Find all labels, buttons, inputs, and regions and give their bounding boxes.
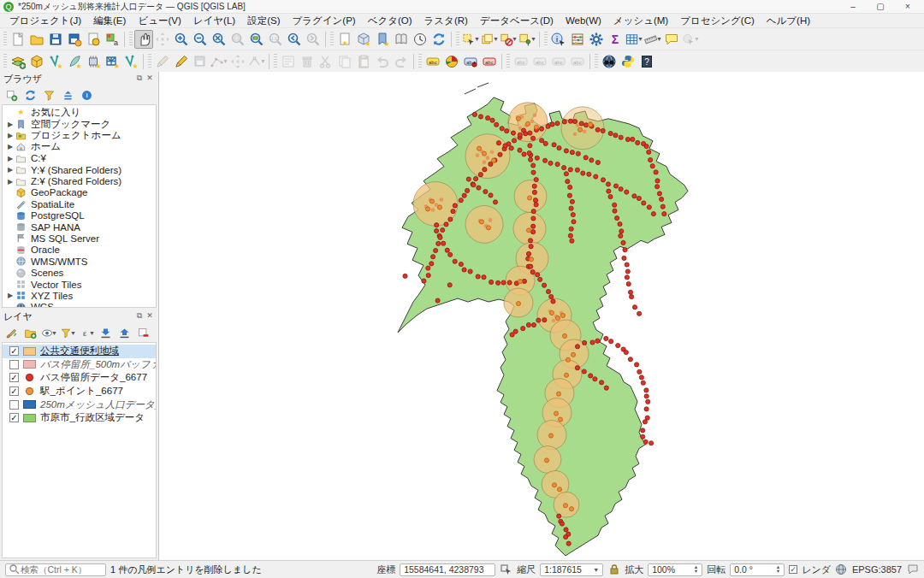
layer-visibility-checkbox[interactable]: ✓ [9,413,19,422]
statistical-summary-button[interactable] [568,30,587,49]
menu-11[interactable]: プロセシング(C) [674,14,761,28]
browser-item-2[interactable]: ▶プロジェクトホーム [3,130,156,141]
browser-item-9[interactable]: PostgreSQL [3,210,156,221]
pin-labels-button[interactable]: ab [461,52,480,71]
menu-0[interactable]: プロジェクト(J) [3,14,87,28]
browser-item-1[interactable]: ▶空間ブックマーク [3,118,156,129]
browser-item-10[interactable]: SAP HANA [3,221,156,233]
help-contents-button[interactable]: ? [637,52,656,71]
style-manager-button[interactable]: a [103,30,121,49]
deselect-features-button[interactable]: ▼ [499,30,518,49]
magnifier-spin-icons[interactable]: ▲▼ [694,565,698,574]
layer-row-3[interactable]: ✓駅_ポイント_6677 [3,385,156,398]
browser-item-8[interactable]: SpatiaLite [3,198,156,209]
collapse-all-button[interactable] [116,325,133,341]
new-geopackage-layer-button[interactable] [27,52,46,71]
browser-close-icon[interactable]: ✕ [145,74,155,84]
processing-toolbox-button[interactable] [587,30,606,49]
browser-item-0[interactable]: ★お気に入り [3,107,156,118]
new-mesh-layer-button[interactable]: ★ [103,52,121,71]
zoom-in-button[interactable] [172,30,191,49]
layers-close-icon[interactable]: ✕ [145,311,155,321]
lock-scale-icon[interactable] [607,563,620,576]
open-attribute-table-button[interactable]: ▼ [625,30,643,49]
new-project-button[interactable] [9,30,27,49]
browser-item-5[interactable]: ▶Y:¥ (Shared Folders) [3,164,156,175]
new-shapefile-layer-button[interactable]: ★ [46,52,65,71]
layers-float-icon[interactable]: ⧉ [134,311,145,321]
layer-row-0[interactable]: ✓公共交通便利地域 [3,345,156,358]
layer-row-4[interactable]: 250mメッシュ人口データ_6677 [3,398,156,411]
metasearch-button[interactable] [600,52,619,71]
open-layer-styling-button[interactable] [3,325,20,341]
highlight-pinned-labels-button[interactable]: abc [480,52,499,71]
browser-item-13[interactable]: WMS/WMTS [3,256,156,267]
rotation-spin-icons[interactable]: ▲▼ [776,565,780,574]
measure-line-button[interactable]: ▼ [643,30,662,49]
browser-float-icon[interactable]: ⧉ [134,74,145,84]
coords-field[interactable]: 15584641, 4238793 [400,563,495,576]
new-map-view-button[interactable]: ★ [335,30,354,49]
show-spatial-bookmarks-button[interactable] [392,30,411,49]
menu-7[interactable]: ラスタ(R) [418,14,474,28]
toggle-editing-button[interactable] [172,52,191,71]
render-checkbox[interactable]: ✓ [789,565,797,574]
new-gpx-layer-button[interactable]: ★ [121,52,140,71]
zoom-out-button[interactable] [191,30,210,49]
expand-arrow-icon[interactable]: ▶ [8,155,15,162]
search-input[interactable] [21,564,103,575]
layer-visibility-checkbox[interactable] [9,360,19,369]
browser-item-6[interactable]: ▶Z:¥ (Shared Folders) [3,175,156,186]
crs-globe-icon[interactable] [835,563,848,576]
messages-icon[interactable] [906,563,919,576]
new-3d-map-view-button[interactable]: ★ [354,30,373,49]
browser-item-4[interactable]: ▶C:¥ [3,153,156,164]
add-group-button[interactable] [22,325,38,341]
save-project-as-button[interactable] [65,30,84,49]
layer-labeling-options-button[interactable]: abc [424,52,442,71]
select-features-button[interactable]: ▼ [461,30,480,49]
project-properties-button[interactable] [84,30,103,49]
menu-12[interactable]: ヘルプ(H) [761,14,816,28]
expand-arrow-icon[interactable]: ▶ [8,292,15,299]
expand-all-button[interactable] [98,325,114,341]
menu-4[interactable]: 設定(S) [241,14,286,28]
layer-diagram-options-button[interactable] [442,52,461,71]
expand-arrow-icon[interactable]: ▶ [8,132,15,139]
browser-item-11[interactable]: MS SQL Server [3,233,156,244]
filter-legend-button[interactable]: ▼ [60,325,76,341]
zoom-to-layer-button[interactable] [247,30,266,49]
menu-10[interactable]: メッシュ(M) [607,14,674,28]
menu-3[interactable]: レイヤ(L) [187,14,241,28]
browser-item-12[interactable]: Oracle [3,245,156,256]
layer-visibility-checkbox[interactable] [9,400,19,410]
pan-map-button[interactable] [134,30,153,49]
layer-visibility-checkbox[interactable]: ✓ [9,373,19,382]
zoom-last-button[interactable] [285,30,304,49]
layer-row-1[interactable]: バス停留所_500mバッファ [3,358,156,372]
browser-add-layer-button[interactable] [3,87,20,103]
zoom-full-button[interactable] [210,30,228,49]
new-virtual-layer-button[interactable]: ★ [84,52,103,71]
new-spatialite-layer-button[interactable]: ★ [65,52,84,71]
select-by-value-button[interactable]: ▼ [518,30,536,49]
browser-collapse-all-button[interactable] [60,87,76,103]
locator-search[interactable] [5,563,106,576]
menu-5[interactable]: プラグイン(P) [286,14,361,28]
identify-features-button[interactable]: i [549,30,568,49]
restore-button[interactable]: ▢ [868,1,893,13]
browser-item-14[interactable]: Scenes [3,267,156,278]
filter-by-expression-button[interactable]: ε▼ [79,325,95,341]
close-button[interactable]: × [895,1,921,13]
open-project-button[interactable] [27,30,46,49]
browser-filter-button[interactable] [41,87,57,103]
browser-item-16[interactable]: ▶XYZ Tiles [3,290,156,301]
menu-8[interactable]: データベース(D) [474,14,560,28]
expand-arrow-icon[interactable]: ▶ [8,121,15,128]
new-spatial-bookmark-button[interactable]: ★ [373,30,392,49]
manage-map-themes-button[interactable]: ▼ [41,325,57,341]
expand-arrow-icon[interactable]: ▶ [8,166,15,174]
scale-combobox[interactable]: 1:187615 ▼ [540,563,603,576]
magnifier-spinbox[interactable]: 100% ▲▼ [648,563,702,576]
data-source-manager-button[interactable] [9,52,27,71]
